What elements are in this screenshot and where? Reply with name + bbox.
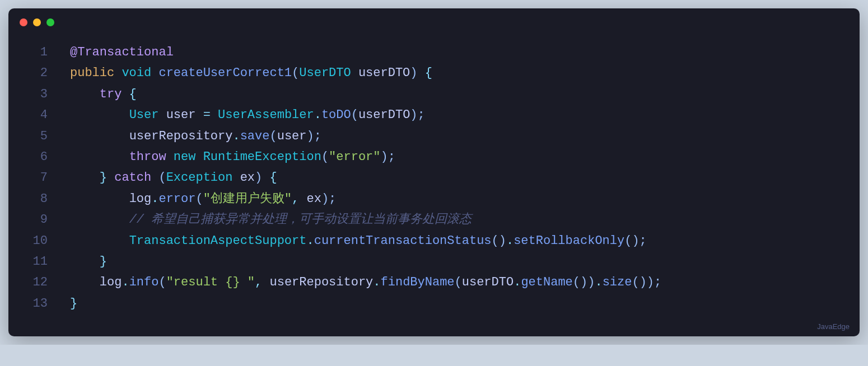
code-line: 1 @Transactional (25, 42, 843, 63)
code-content: } (70, 251, 843, 272)
code-line: 3 try { (25, 84, 843, 105)
code-content: } (70, 293, 843, 314)
code-content: // 希望自己捕获异常并处理，可手动设置让当前事务处回滚态 (70, 209, 843, 230)
line-number: 5 (25, 126, 48, 147)
code-line: 2 public void createUserCorrect1(UserDTO… (25, 63, 843, 83)
code-area: 1 @Transactional 2 public void createUse… (8, 36, 860, 336)
code-line: 10 TransactionAspectSupport.currentTrans… (25, 231, 843, 251)
line-number: 7 (25, 167, 48, 188)
code-line: 13 } (25, 293, 843, 314)
code-content: TransactionAspectSupport.currentTransact… (70, 231, 843, 251)
code-line: 7 } catch (Exception ex) { (25, 167, 843, 188)
code-line: 4 User user = UserAssembler.toDO(userDTO… (25, 105, 843, 125)
line-number: 11 (25, 251, 48, 272)
code-content: userRepository.save(user); (70, 126, 843, 147)
code-line: 8 log.error("创建用户失败", ex); (25, 189, 843, 209)
code-content: User user = UserAssembler.toDO(userDTO); (70, 105, 843, 125)
titlebar (8, 8, 860, 36)
line-number: 10 (25, 231, 48, 251)
line-number: 1 (25, 42, 48, 63)
line-number: 12 (25, 272, 48, 293)
code-content: log.info("result {} ", userRepository.fi… (70, 272, 843, 293)
line-number: 6 (25, 147, 48, 167)
maximize-icon[interactable] (46, 18, 54, 26)
code-content: } catch (Exception ex) { (70, 167, 843, 188)
code-content: @Transactional (70, 42, 843, 63)
code-line: 12 log.info("result {} ", userRepository… (25, 272, 843, 293)
minimize-icon[interactable] (33, 18, 41, 26)
line-number: 4 (25, 105, 48, 125)
code-content: throw new RuntimeException("error"); (70, 147, 843, 167)
line-number: 3 (25, 84, 48, 105)
line-number: 2 (25, 63, 48, 83)
line-number: 9 (25, 209, 48, 230)
code-content: public void createUserCorrect1(UserDTO u… (70, 63, 843, 83)
close-icon[interactable] (20, 18, 27, 26)
code-line: 11 } (25, 251, 843, 272)
code-window: 1 @Transactional 2 public void createUse… (8, 8, 860, 336)
watermark: JavaEdge (817, 322, 850, 331)
code-line: 6 throw new RuntimeException("error"); (25, 147, 843, 167)
line-number: 13 (25, 293, 48, 314)
code-content: try { (70, 84, 843, 105)
code-line: 5 userRepository.save(user); (25, 126, 843, 147)
code-line: 9 // 希望自己捕获异常并处理，可手动设置让当前事务处回滚态 (25, 209, 843, 230)
line-number: 8 (25, 189, 48, 209)
code-content: log.error("创建用户失败", ex); (70, 189, 843, 209)
